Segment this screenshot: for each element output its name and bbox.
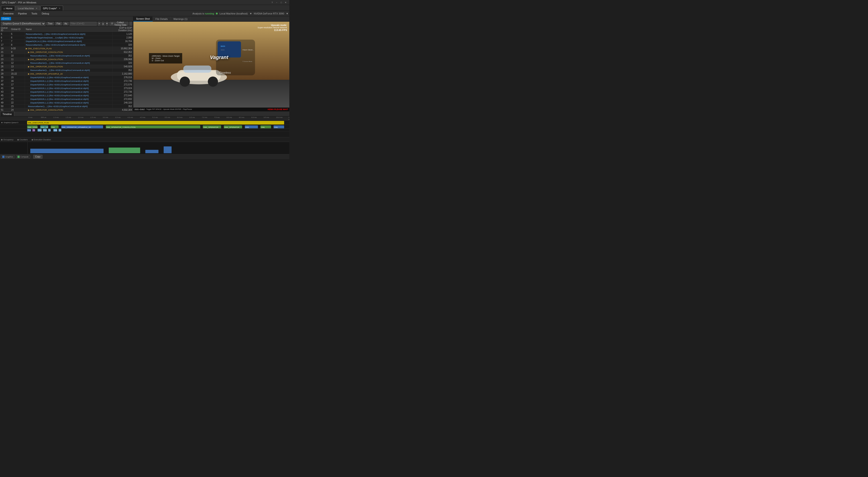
counters-toggle[interactable]: ◉ Counters xyxy=(17,138,28,141)
td-name: ▶ DML_OPERATOR_CONVOLUTION xyxy=(25,51,113,54)
ruler-mark: 7.0 ms xyxy=(202,116,207,118)
menu-pipeline[interactable]: Pipeline xyxy=(16,11,29,16)
td-gid: 12 xyxy=(10,61,25,65)
hud-overlay: ARROWS - Move Zoom TargetW - ZoomS - Zoo… xyxy=(149,53,182,63)
table-row[interactable]: 43 19 Dispatch(65535,1,1) {this->ID3D12G… xyxy=(0,90,133,94)
tab-warnings[interactable]: Warnings (1) xyxy=(170,17,191,22)
table-row[interactable]: 5 5 ResourceBarrier(1,...) {this->ID3D12… xyxy=(0,32,133,36)
col-eop: EOP to EOPDuration (ms) xyxy=(113,26,133,32)
gpu-dropdown-icon[interactable]: ▼ xyxy=(286,12,288,15)
tab-file-details[interactable]: File Details xyxy=(153,17,170,22)
execution-duration-toggle[interactable]: ◉ Execution Duration xyxy=(31,138,51,141)
td-qid: 21 xyxy=(0,51,10,54)
seg-disp-3[interactable]: Dispatch xyxy=(48,129,51,131)
track-queue-row: ▼ Graphics Queue 0 DML_EXECUTION_PLAN xyxy=(0,121,289,125)
seg-conv-3[interactable]: DML xyxy=(51,125,59,128)
td-name: ▶ DML_OPERATOR_UPSAMPLE_2D xyxy=(25,72,113,75)
queue-expand-icon[interactable]: ▼ xyxy=(1,122,3,124)
table-row[interactable]: 17 8 ResourceBarrier(1,...) {this->ID3D1… xyxy=(0,43,133,47)
tab-screenshot[interactable]: Screen Shot xyxy=(133,17,153,22)
seg-conv-1[interactable]: DML_OPER_CONVOLU xyxy=(27,125,37,128)
help-btn[interactable]: ? xyxy=(270,1,274,4)
seg-conv-8[interactable]: DML xyxy=(274,125,284,128)
seg-disp-1[interactable]: Dispatch xyxy=(37,129,41,131)
seg-conv-7[interactable]: DML xyxy=(260,125,271,128)
col-name: Name xyxy=(25,26,113,32)
td-gid: 22 xyxy=(10,101,25,104)
seg-conv-6[interactable]: DML xyxy=(245,125,258,128)
table-row[interactable]: 45 20 Dispatch(65535,1,1) {this->ID3D12G… xyxy=(0,94,133,97)
seg-disp-4[interactable]: Dispatch xyxy=(53,129,57,131)
table-row[interactable]: 49 22 Dispatch(96655,1,1) {this->ID3D12G… xyxy=(0,101,133,105)
tree-view-btn[interactable]: Tree xyxy=(46,22,54,25)
kema-logo: KEMA PLEASE WAIT xyxy=(268,108,288,110)
table-row[interactable]: 6 6 ClearRenderTargetView(reset,...,0,nu… xyxy=(0,36,133,39)
td-qid: 37 xyxy=(0,79,10,83)
machine-dropdown-icon[interactable]: ▼ xyxy=(250,12,252,15)
table-row[interactable]: 37 16 Dispatch(65535,1,1) {this->ID3D12G… xyxy=(0,79,133,83)
td-eop: 320 xyxy=(113,61,133,65)
menu-tools[interactable]: Tools xyxy=(29,11,39,16)
status-indicator xyxy=(216,13,218,14)
events-table[interactable]: Queue ID Global ID Name EOP to EOPDurati… xyxy=(0,26,133,111)
filter-up-btn[interactable]: ▲ xyxy=(101,22,104,26)
table-row[interactable]: 26 13 ▶ DML_OPERATOR_CONVOLUTION 540,928 xyxy=(0,65,133,68)
tab-home[interactable]: ⌂ Home xyxy=(1,6,15,11)
table-row[interactable]: 51 24 ▶ DML_OPERATOR_CONVOLUTION 4,502,3… xyxy=(0,108,133,111)
td-qid: 28 xyxy=(0,68,10,72)
menu-overview[interactable]: Overview xyxy=(1,11,16,16)
tab-local-machine[interactable]: Local Machine ✕ xyxy=(16,6,40,11)
timeline-tracks[interactable]: ▼ Graphics Queue 0 DML_EXECUTION_PLAN DM… xyxy=(0,121,289,137)
seg-oper-2[interactable]: DML_OPER xyxy=(40,125,48,128)
table-row[interactable]: 41 18 Dispatch(65535,1,1) {this->ID3D12G… xyxy=(0,87,133,90)
table-row[interactable]: 47 21 Dispatch(65535,1,1) {this->ID3D12G… xyxy=(0,97,133,101)
seg-disp-2[interactable]: Dispatch xyxy=(43,129,47,131)
filter-down-btn[interactable]: ▼ xyxy=(105,22,108,26)
table-row[interactable]: 23 11 ▶ DML_OPERATOR_CONVOLUTION 239,968 xyxy=(0,58,133,61)
filter-clear-btn[interactable]: ✕ xyxy=(98,22,101,26)
table-row[interactable]: 25 12 ResourceBarrier(1,...) {this->ID3D… xyxy=(0,61,133,65)
collect-timing-btn[interactable]: ⏱ Collect Timing Data xyxy=(110,22,128,26)
td-eop: 352 xyxy=(113,54,133,57)
dispatch-track-content: ExecuteMetaCommand ResourceBarrier Dispa… xyxy=(27,129,289,131)
events-btn[interactable]: Events xyxy=(1,17,11,20)
seg-conv-big[interactable]: DML_OPERATOR_CONVOLUTION xyxy=(106,125,200,128)
td-gid: 20 xyxy=(10,94,25,97)
seg-exec-1[interactable]: ExecuteMetaCommand xyxy=(27,129,31,131)
tab-local-machine-close[interactable]: ✕ xyxy=(36,7,37,9)
filter-input[interactable] xyxy=(70,22,97,26)
legend-graphics[interactable]: Graphics xyxy=(1,155,15,158)
seg-conv-5[interactable]: DML_OPERATOR xyxy=(224,125,242,128)
table-row[interactable]: 28 14 ResourceBarrier(1,...) {this->ID3D… xyxy=(0,68,133,72)
close-btn[interactable]: ✕ xyxy=(284,1,287,4)
seg-disp-5[interactable]: Dispatch xyxy=(59,129,61,131)
maximize-btn[interactable]: □ xyxy=(279,1,283,4)
table-row[interactable]: 35 15 Dispatch(65535,1,1) {this->ID3D12G… xyxy=(0,76,133,79)
td-name: ResourceBarrier(1,...) {this->ID3D12Grap… xyxy=(25,43,113,46)
seg-res-1[interactable]: ResourceBarrier xyxy=(32,129,35,131)
table-row[interactable]: 7 7 Dispatch(30,14,1) {this->ID3D12Graph… xyxy=(0,39,133,43)
copy-button[interactable]: Copy xyxy=(33,155,42,159)
tab-gpu3[interactable]: GPU 3.wpix* ✕ xyxy=(40,6,63,11)
menu-debug[interactable]: Debug xyxy=(39,11,51,16)
table-row[interactable]: 29 15-22 ▶ DML_OPERATOR_UPSAMPLE_2D 2,16… xyxy=(0,72,133,76)
td-gid: 6 xyxy=(10,36,25,39)
table-row[interactable]: 22 10 ResourceBarrier(1,...) {this->ID3D… xyxy=(0,54,133,58)
occupancy-toggle[interactable]: ◉ Occupancy xyxy=(1,138,13,141)
tab-gpu3-close[interactable]: ✕ xyxy=(59,7,61,9)
seg-conv-4[interactable]: DML_OPERATOR xyxy=(203,125,221,128)
dml-exec-plan-segment[interactable]: DML_EXECUTION_PLAN xyxy=(27,121,284,125)
legend-compute[interactable]: Compute xyxy=(16,155,30,158)
flat-view-btn[interactable]: Flat xyxy=(55,22,62,25)
table-row[interactable]: 19 9-33 ▶ DML_EXECUTION_PLAN 10,862,304 xyxy=(0,47,133,51)
more-options-btn[interactable]: ⋮ xyxy=(129,22,132,26)
queue-filter-select[interactable]: Graphics Queue 0 (DeviceResources) xyxy=(1,22,45,26)
table-row[interactable]: 40 17 Dispatch(65535,1,1) {this->ID3D12G… xyxy=(0,83,133,87)
table-row[interactable]: 21 9 ▶ DML_OPERATOR_CONVOLUTION 612,352 xyxy=(0,51,133,54)
seg-upsample[interactable]: DML_OPERATOR_UPSAMPLE_2D xyxy=(61,125,103,128)
minimize-btn[interactable]: − xyxy=(275,1,278,4)
aa-btn[interactable]: Aa xyxy=(63,22,69,25)
td-eop: 272,640 xyxy=(113,94,133,97)
timeline-tab[interactable]: Timeline xyxy=(0,112,14,116)
table-row[interactable]: 50 23 ResourceBarrier(1,...) {this->ID3D… xyxy=(0,105,133,108)
